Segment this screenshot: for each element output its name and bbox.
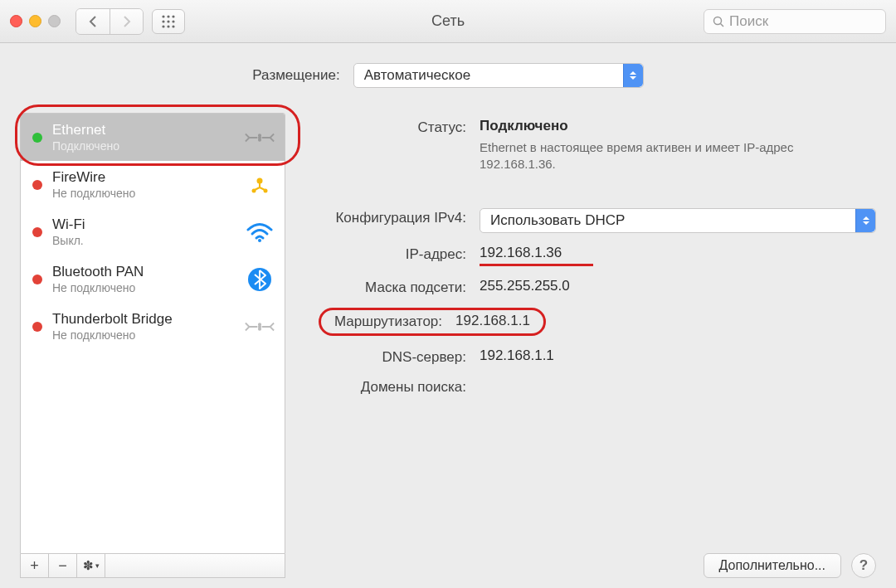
svg-point-2 bbox=[172, 15, 174, 17]
connection-sidebar: Ethernet Подключено FireWire Не подключе… bbox=[20, 113, 285, 578]
connection-status: Не подключено bbox=[52, 187, 235, 200]
ipv4-config-value: Использовать DHCP bbox=[490, 212, 625, 229]
firewire-icon bbox=[245, 170, 275, 200]
search-domains-label: Домены поиска: bbox=[309, 377, 466, 396]
status-dot-icon bbox=[32, 275, 42, 284]
connection-detail: Статус: Подключено Ethernet в настоящее … bbox=[309, 113, 876, 578]
svg-point-3 bbox=[162, 20, 164, 22]
add-connection-button[interactable]: + bbox=[21, 554, 49, 577]
status-subtext: Ethernet в настоящее время активен и име… bbox=[480, 139, 795, 173]
thunderbolt-icon bbox=[245, 312, 275, 342]
ethernet-icon bbox=[245, 123, 275, 153]
minimize-window-button[interactable] bbox=[29, 15, 41, 27]
svg-point-4 bbox=[167, 20, 169, 22]
router-label: Маршрутизатор: bbox=[334, 312, 442, 330]
connection-name: Wi-Fi bbox=[52, 216, 235, 233]
search-domains-row: Домены поиска: bbox=[309, 377, 876, 396]
status-dot-icon bbox=[32, 322, 42, 332]
status-dot-icon bbox=[32, 133, 42, 143]
connection-item-ethernet[interactable]: Ethernet Подключено bbox=[21, 114, 285, 161]
ip-row: IP-адрес: 192.168.1.36 bbox=[309, 245, 876, 266]
svg-point-13 bbox=[259, 138, 261, 140]
svg-point-14 bbox=[257, 177, 263, 183]
ip-value: 192.168.1.36 bbox=[480, 245, 562, 260]
router-annotation: Маршрутизатор: 192.168.1.1 bbox=[319, 308, 546, 336]
svg-point-6 bbox=[162, 25, 164, 27]
connection-status: Подключено bbox=[52, 139, 235, 153]
search-placeholder: Поиск bbox=[729, 13, 768, 30]
svg-point-0 bbox=[162, 15, 164, 17]
search-icon bbox=[713, 16, 724, 27]
connection-status: Выкл. bbox=[52, 234, 235, 247]
mask-value: 255.255.255.0 bbox=[480, 278, 876, 294]
content-area: Размещение: Автоматическое Ethernet Подк… bbox=[0, 43, 896, 588]
close-window-button[interactable] bbox=[10, 15, 22, 27]
svg-point-17 bbox=[258, 239, 261, 242]
chevron-left-icon bbox=[89, 16, 98, 27]
svg-point-21 bbox=[259, 328, 261, 329]
back-button[interactable] bbox=[76, 9, 110, 34]
dns-value: 192.168.1.1 bbox=[480, 347, 876, 364]
select-arrows-icon bbox=[623, 64, 643, 87]
ipv4-config-select[interactable]: Использовать DHCP bbox=[480, 208, 876, 233]
location-label: Размещение: bbox=[252, 67, 339, 84]
window-title: Сеть bbox=[431, 12, 465, 30]
nav-buttons bbox=[75, 8, 144, 35]
show-all-button[interactable] bbox=[152, 9, 185, 34]
dns-label: DNS-сервер: bbox=[309, 347, 466, 366]
titlebar: Сеть Поиск bbox=[0, 0, 896, 43]
dns-row: DNS-сервер: 192.168.1.1 bbox=[309, 347, 876, 366]
mask-row: Маска подсети: 255.255.255.0 bbox=[309, 278, 876, 296]
ipv4-config-label: Конфигурация IPv4: bbox=[309, 208, 466, 226]
status-dot-icon bbox=[32, 180, 42, 190]
connection-name: FireWire bbox=[52, 169, 235, 186]
connection-actions-button[interactable]: ✽▾ bbox=[77, 554, 105, 577]
connection-item-thunderbolt[interactable]: Thunderbolt Bridge Не подключено bbox=[21, 303, 285, 350]
advanced-button[interactable]: Дополнительно... bbox=[704, 553, 842, 578]
router-row: Маршрутизатор: 192.168.1.1 bbox=[330, 308, 876, 336]
location-value: Автоматическое bbox=[364, 67, 470, 84]
status-row: Статус: Подключено Ethernet в настоящее … bbox=[309, 118, 876, 173]
svg-line-10 bbox=[721, 23, 724, 27]
chevron-down-icon: ▾ bbox=[95, 561, 100, 570]
connection-name: Ethernet bbox=[52, 122, 235, 138]
connection-item-wifi[interactable]: Wi-Fi Выкл. bbox=[21, 208, 285, 255]
location-row: Размещение: Автоматическое bbox=[20, 63, 876, 88]
connection-status: Не подключено bbox=[52, 281, 235, 294]
chevron-right-icon bbox=[122, 16, 131, 27]
connection-name: Thunderbolt Bridge bbox=[52, 311, 235, 328]
wifi-icon bbox=[245, 217, 275, 247]
forward-button[interactable] bbox=[110, 9, 143, 34]
svg-point-1 bbox=[167, 15, 169, 17]
connection-list: Ethernet Подключено FireWire Не подключе… bbox=[20, 113, 285, 554]
search-field[interactable]: Поиск bbox=[704, 9, 886, 34]
mask-label: Маска подсети: bbox=[309, 278, 466, 296]
status-value: Подключено bbox=[480, 118, 876, 134]
remove-connection-button[interactable]: − bbox=[49, 554, 77, 577]
ipv4-config-row: Конфигурация IPv4: Использовать DHCP bbox=[309, 208, 876, 233]
gear-icon: ✽ bbox=[83, 558, 94, 573]
router-value: 192.168.1.1 bbox=[455, 313, 530, 329]
window-controls bbox=[10, 15, 61, 27]
sidebar-footer: + − ✽▾ bbox=[20, 554, 285, 578]
connection-item-firewire[interactable]: FireWire Не подключено bbox=[21, 161, 285, 208]
status-dot-icon bbox=[32, 227, 42, 237]
detail-bottom-bar: Дополнительно... ? bbox=[309, 547, 876, 578]
help-button[interactable]: ? bbox=[851, 553, 876, 578]
status-label: Статус: bbox=[309, 118, 466, 136]
zoom-window-button[interactable] bbox=[48, 15, 61, 27]
main-area: Ethernet Подключено FireWire Не подключе… bbox=[20, 113, 876, 578]
ip-label: IP-адрес: bbox=[309, 245, 466, 263]
bluetooth-icon bbox=[245, 265, 275, 294]
svg-point-9 bbox=[714, 17, 722, 24]
svg-point-7 bbox=[167, 25, 169, 27]
connection-status: Не подключено bbox=[52, 328, 235, 342]
connection-item-bluetooth[interactable]: Bluetooth PAN Не подключено bbox=[21, 255, 285, 303]
svg-point-5 bbox=[172, 20, 174, 22]
connection-name: Bluetooth PAN bbox=[52, 264, 235, 280]
select-arrows-icon bbox=[855, 209, 875, 232]
network-prefs-window: Сеть Поиск Размещение: Автоматическое bbox=[0, 0, 896, 588]
grid-icon bbox=[161, 14, 176, 29]
svg-point-8 bbox=[172, 25, 174, 27]
location-select[interactable]: Автоматическое bbox=[353, 63, 644, 88]
